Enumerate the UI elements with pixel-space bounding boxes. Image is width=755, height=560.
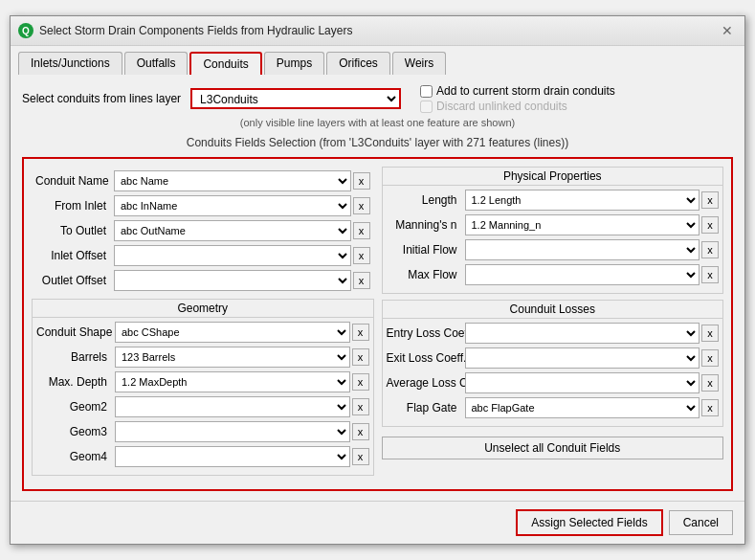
geom3-row: Geom3 x: [36, 421, 369, 442]
mannings-row: Manning's n 1.2 Manning_n x: [387, 214, 720, 235]
left-panel: Conduit Name abc Name x From Inlet abc I…: [32, 167, 374, 482]
add-checkbox[interactable]: [420, 85, 433, 98]
max-depth-select[interactable]: 1.2 MaxDepth: [115, 371, 350, 392]
outlet-offset-clear[interactable]: x: [353, 272, 370, 289]
inlet-offset-clear[interactable]: x: [353, 247, 370, 264]
outlet-offset-label: Outlet Offset: [35, 274, 112, 287]
to-outlet-label: To Outlet: [35, 224, 112, 237]
layer-row: Select conduits from lines layer L3Condu…: [22, 84, 733, 113]
dialog-content: Select conduits from lines layer L3Condu…: [11, 75, 744, 501]
inlet-offset-row: Inlet Offset x: [35, 245, 370, 266]
conduit-shape-label: Conduit Shape: [36, 325, 113, 339]
checkboxes: Add to current storm drain conduits Disc…: [420, 84, 615, 113]
barrels-row: Barrels 123 Barrels x: [36, 347, 369, 368]
entry-loss-select[interactable]: [465, 323, 700, 344]
mannings-clear[interactable]: x: [701, 216, 719, 234]
from-inlet-row: From Inlet abc InName x: [35, 195, 370, 216]
inlet-offset-select[interactable]: [114, 245, 351, 266]
initial-flow-select[interactable]: [465, 239, 700, 260]
add-checkbox-label: Add to current storm drain conduits: [436, 84, 615, 98]
mannings-select[interactable]: 1.2 Manning_n: [465, 214, 700, 235]
length-select[interactable]: 1.2 Length: [465, 190, 700, 211]
main-fields-group: Conduit Name abc Name x From Inlet abc I…: [32, 167, 374, 299]
tab-inlets[interactable]: Inlets/Junctions: [18, 52, 122, 75]
geom2-clear[interactable]: x: [352, 398, 369, 415]
max-flow-clear[interactable]: x: [701, 266, 719, 283]
conduit-shape-clear[interactable]: x: [352, 324, 369, 341]
cancel-button[interactable]: Cancel: [669, 510, 733, 535]
losses-title: Counduit Losses: [383, 301, 723, 319]
physical-group: Physical Properties Length 1.2 Length x: [382, 167, 724, 294]
right-panel: Physical Properties Length 1.2 Length x: [382, 167, 724, 482]
outlet-offset-select[interactable]: [114, 270, 351, 291]
initial-flow-label: Initial Flow: [387, 243, 463, 257]
length-label: Length: [387, 193, 463, 207]
flap-gate-clear[interactable]: x: [701, 399, 719, 416]
geom3-clear[interactable]: x: [352, 423, 369, 440]
length-row: Length 1.2 Length x: [387, 190, 720, 211]
assign-button[interactable]: Assign Selected Fields: [516, 509, 662, 536]
entry-loss-clear[interactable]: x: [701, 325, 719, 342]
barrels-clear[interactable]: x: [352, 348, 369, 366]
flap-gate-row: Flap Gate abc FlapGate x: [387, 397, 720, 418]
avg-loss-select[interactable]: [465, 372, 700, 393]
to-outlet-row: To Outlet abc OutName x: [35, 220, 370, 241]
geometry-group: Geometry Conduit Shape abc CShape x: [32, 299, 374, 476]
fields-container: Conduit Name abc Name x From Inlet abc I…: [22, 157, 733, 491]
inlet-offset-label: Inlet Offset: [35, 249, 112, 262]
footer: Assign Selected Fields Cancel: [11, 501, 744, 544]
tab-pumps[interactable]: Pumps: [264, 52, 324, 75]
tab-weirs[interactable]: Weirs: [392, 52, 446, 75]
layer-select[interactable]: L3Conduits: [190, 88, 401, 109]
geom2-label: Geom2: [36, 400, 113, 414]
max-depth-clear[interactable]: x: [352, 373, 369, 391]
barrels-label: Barrels: [36, 350, 113, 364]
initial-flow-row: Initial Flow x: [387, 239, 720, 260]
tab-outfalls[interactable]: Outfalls: [124, 52, 189, 75]
mannings-label: Manning's n: [387, 218, 463, 232]
unselect-button[interactable]: Unselect all Conduit Fields: [382, 437, 724, 459]
length-clear[interactable]: x: [701, 191, 719, 209]
to-outlet-select[interactable]: abc OutName: [114, 220, 351, 241]
flap-gate-select[interactable]: abc FlapGate: [465, 397, 700, 418]
entry-loss-row: Entry Loss Coeff. x: [387, 323, 720, 344]
physical-body: Length 1.2 Length x Manning's n 1.2 Mann…: [383, 186, 723, 293]
close-button[interactable]: ✕: [718, 21, 737, 40]
geom2-row: Geom2 x: [36, 396, 369, 417]
geom3-label: Geom3: [36, 425, 113, 438]
discard-checkbox-label: Discard unlinked conduits: [436, 100, 567, 113]
from-inlet-select[interactable]: abc InName: [114, 195, 351, 216]
tab-orifices[interactable]: Orifices: [326, 52, 390, 75]
avg-loss-clear[interactable]: x: [701, 374, 719, 392]
losses-group: Counduit Losses Entry Loss Coeff. x: [382, 300, 724, 427]
flap-gate-label: Flap Gate: [387, 401, 463, 414]
conduit-shape-select[interactable]: abc CShape: [115, 322, 350, 343]
conduit-name-clear[interactable]: x: [353, 172, 370, 190]
initial-flow-clear[interactable]: x: [701, 241, 719, 258]
geom3-select[interactable]: [115, 421, 350, 442]
barrels-select[interactable]: 123 Barrels: [115, 347, 350, 368]
max-depth-row: Max. Depth 1.2 MaxDepth x: [36, 371, 369, 392]
to-outlet-clear[interactable]: x: [353, 222, 370, 239]
max-depth-label: Max. Depth: [36, 375, 113, 389]
title-bar-left: Q Select Storm Drain Components Fields f…: [18, 23, 352, 38]
geom4-select[interactable]: [115, 446, 350, 467]
exit-loss-label: Exit Loss Coeff.: [387, 351, 463, 365]
max-flow-label: Max Flow: [387, 268, 463, 281]
entry-loss-label: Entry Loss Coeff.: [387, 326, 463, 340]
from-inlet-clear[interactable]: x: [353, 197, 370, 214]
exit-loss-select[interactable]: [465, 347, 700, 369]
max-flow-select[interactable]: [465, 264, 700, 285]
avg-loss-row: Average Loss Coeff. x: [387, 372, 720, 393]
physical-title: Physical Properties: [383, 168, 723, 186]
geom4-clear[interactable]: x: [352, 448, 369, 465]
geom4-row: Geom4 x: [36, 446, 369, 467]
outlet-offset-row: Outlet Offset x: [35, 270, 370, 291]
tab-conduits[interactable]: Conduits: [189, 52, 261, 75]
exit-loss-row: Exit Loss Coeff. x: [387, 347, 720, 369]
max-flow-row: Max Flow x: [387, 264, 720, 285]
from-inlet-label: From Inlet: [35, 199, 112, 213]
geom2-select[interactable]: [115, 396, 350, 417]
conduit-name-select[interactable]: abc Name: [114, 170, 351, 191]
exit-loss-clear[interactable]: x: [701, 349, 719, 367]
